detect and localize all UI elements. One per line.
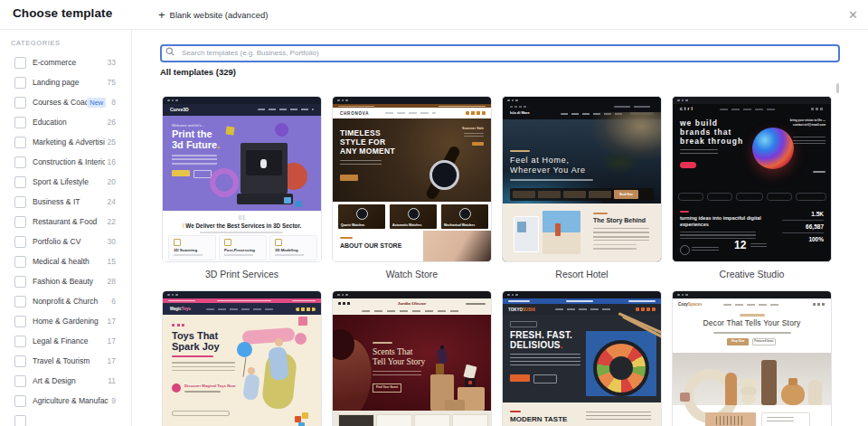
checkbox[interactable] (14, 97, 26, 109)
round-pot-shape (781, 383, 805, 405)
checkbox[interactable] (14, 117, 26, 128)
template-card-decor[interactable]: CozySpaces Decor That Tells Your Story S… (672, 290, 832, 426)
sidebar-item-business-it[interactable]: Business & IT24 (0, 192, 131, 212)
thumb-brand: CHRONOVA (340, 111, 369, 116)
template-card-perfume[interactable]: Jardin Obscur Scents That Tell Your Stor… (332, 290, 492, 426)
category-count: 6 (111, 297, 116, 306)
sidebar-item-courses-coaching[interactable]: Courses & CoachingNew8 (0, 92, 131, 112)
thumb-navbar: MagicToys (163, 303, 321, 315)
checkbox[interactable] (14, 256, 26, 268)
thumb-tagline: turning ideas into impactful digital exp… (680, 215, 770, 228)
cta-text: Discover Magical Toys Now (184, 384, 235, 389)
template-card-sushi[interactable]: TOKYOSUSHI FRESH. FAST. DELISIOUS. (502, 290, 662, 426)
decor-menu (258, 109, 314, 110)
template-thumbnail[interactable]: CozySpaces Decor That Tells Your Story S… (672, 290, 832, 426)
template-thumbnail[interactable]: CHRONOVA TIMELESS STYLE FOR ANY MOMENT S… (332, 96, 492, 262)
sidebar-item-e-commerce[interactable]: E-commerce33 (0, 52, 131, 72)
template-card-watch-store[interactable]: CHRONOVA TIMELESS STYLE FOR ANY MOMENT S… (332, 96, 492, 279)
close-icon[interactable]: ✕ (848, 0, 858, 29)
sidebar-item-marketing-advertising[interactable]: Marketing & Advertising25 (0, 132, 131, 152)
template-thumbnail[interactable]: TOKYOSUSHI FRESH. FAST. DELISIOUS. (502, 290, 662, 426)
template-thumbnail[interactable]: Isla di Mare Feel at Home, Wherever You … (502, 96, 662, 262)
sidebar-item-construction-interior[interactable]: Construction & Interior16 (0, 152, 131, 172)
sidebar-item-legal-finance[interactable]: Legal & Finance17 (0, 331, 131, 351)
template-name: 3D Print Services (162, 269, 322, 279)
scrollbar-thumb[interactable] (836, 83, 839, 93)
template-card-toys[interactable]: MagicToys Toys That Spark Joy Discover M… (162, 290, 322, 426)
section-heading: \ We Deliver the Best Services in 3D Sec… (163, 222, 321, 229)
decor-bar (692, 247, 719, 252)
promo-text: Summer Sale (462, 127, 484, 130)
checkbox[interactable] (14, 216, 26, 228)
template-thumbnail[interactable]: MagicToys Toys That Spark Joy Discover M… (162, 290, 322, 426)
sidebar-item-travel-tourism[interactable]: Travel & Tourism17 (0, 351, 131, 371)
brand-part: TOKYO (508, 308, 523, 312)
category-label: Landing page (33, 78, 105, 87)
shop-now-button: Shop Now (727, 338, 749, 346)
category-label: Fashion & Beauty (33, 277, 105, 286)
window-dot-icon (507, 99, 510, 102)
checkbox[interactable] (14, 355, 26, 367)
checkbox[interactable] (14, 336, 26, 347)
sidebar-item-medical-health[interactable]: Medical & health15 (0, 251, 131, 271)
thumb-heading: Toys That Spark Joy (172, 330, 220, 352)
decor-paragraph (586, 412, 651, 422)
template-thumbnail[interactable]: ctrl we build brands that break through … (672, 96, 832, 262)
service-icon (275, 239, 282, 246)
checkbox[interactable] (14, 316, 26, 327)
checkbox[interactable] (14, 196, 26, 208)
sidebar-item-agriculture-manufacturing[interactable]: Agriculture & Manufacturing9 (0, 391, 131, 411)
tile-label: Mechanical Watches (444, 223, 475, 227)
checkbox[interactable] (14, 276, 26, 288)
contact-note: bring your vision to life — contact ctrl… (788, 118, 826, 128)
sidebar-item-partial[interactable] (0, 411, 131, 426)
template-card-creative-studio[interactable]: ctrl we build brands that break through … (672, 96, 832, 279)
sidebar-item-nonprofit-church[interactable]: Nonprofit & Church6 (0, 291, 131, 311)
checkbox[interactable] (14, 296, 26, 308)
blank-website-button[interactable]: + Blank website (advanced) (158, 0, 268, 29)
checkbox[interactable] (14, 57, 26, 69)
checkbox[interactable] (14, 77, 26, 89)
template-thumbnail[interactable]: Curve3D Welcome and let's... Print the 3… (162, 96, 322, 262)
window-dot-icon (515, 294, 518, 297)
template-thumbnail[interactable]: Jardin Obscur Scents That Tell Your Stor… (332, 290, 492, 426)
category-label: Sport & Lifestyle (33, 177, 105, 186)
label-dot (468, 381, 472, 384)
pedestal (445, 400, 465, 411)
sidebar-item-art-design[interactable]: Art & Design11 (0, 371, 131, 391)
thumb-intro: Welcome and let's... (172, 124, 204, 128)
thumb-brand: TOKYOSUSHI (508, 308, 535, 312)
sidebar-item-portfolio-cv[interactable]: Portfolio & CV30 (0, 232, 131, 251)
checkbox[interactable] (14, 375, 26, 387)
sidebar-item-landing-page[interactable]: Landing page75 (0, 72, 131, 92)
heading-line: Print the (172, 128, 212, 139)
checkbox[interactable] (14, 395, 26, 407)
sidebar-item-fashion-beauty[interactable]: Fashion & Beauty28 (0, 271, 131, 291)
checkbox[interactable] (14, 156, 26, 168)
template-card-resort-hotel[interactable]: Isla di Mare Feel at Home, Wherever You … (502, 96, 662, 279)
category-label: Marketing & Advertising (33, 137, 105, 147)
sidebar-item-education[interactable]: Education26 (0, 112, 131, 132)
category-label: Business & IT (33, 197, 105, 206)
sidebar-item-sport-lifestyle[interactable]: Sport & Lifestyle20 (0, 172, 131, 192)
checkbox[interactable] (14, 176, 26, 188)
checkbox[interactable] (14, 137, 26, 148)
orb-illustration (752, 128, 794, 169)
search-bar (160, 43, 840, 61)
sidebar-item-home-gardening[interactable]: Home & Gardening17 (0, 311, 131, 331)
window-dot-icon (337, 294, 340, 297)
heading-line: DELISIOUS (510, 340, 561, 350)
portrait-image (423, 231, 491, 261)
dialog-header: Choose template + Blank website (advance… (0, 0, 868, 30)
tag-pill (736, 193, 763, 201)
categories-sidebar: CATEGORIES E-commerce33 Landing page75 C… (0, 30, 132, 426)
checkbox[interactable] (14, 236, 26, 248)
template-card-3d-print-services[interactable]: Curve3D Welcome and let's... Print the 3… (162, 96, 322, 279)
search-input[interactable] (160, 44, 840, 62)
sidebar-item-restaurant-food[interactable]: Restaurant & Food22 (0, 212, 131, 232)
category-tile: Quartz Watches (338, 204, 385, 229)
heading-line: Spark Joy (172, 341, 220, 352)
decor-paragraph (680, 149, 718, 156)
brand-part: Toys (182, 307, 191, 311)
checkbox[interactable] (14, 415, 26, 426)
